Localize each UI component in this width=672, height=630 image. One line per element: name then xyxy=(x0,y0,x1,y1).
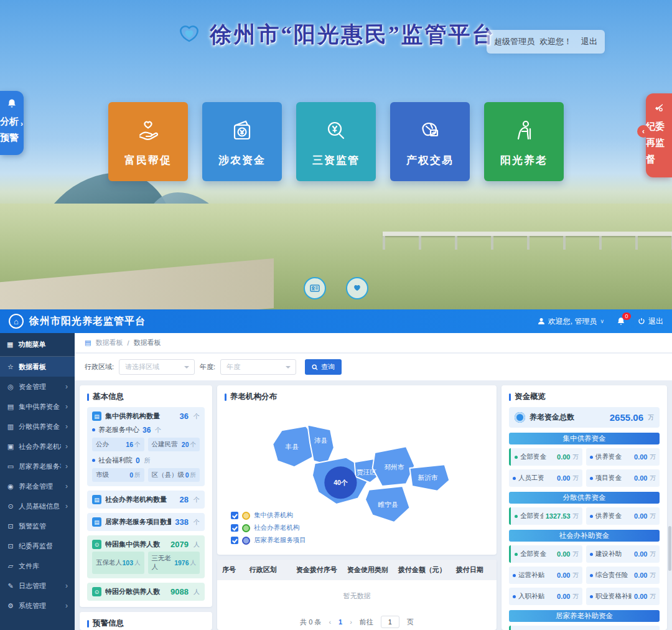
chevron-down-icon: ∨ xyxy=(600,318,604,324)
bullet-icon xyxy=(515,456,518,459)
map-label: 贾汪区 xyxy=(357,468,376,476)
goto-page-input[interactable] xyxy=(381,616,399,628)
tile-yangguang-yanglao[interactable]: 阳光养老 xyxy=(484,102,564,181)
map-label: 丰县 xyxy=(285,443,299,450)
sidebar-menu-header: ▦ 功能菜单 xyxy=(0,333,75,357)
sidebar-item-home-care-projects[interactable]: ▭居家养老服务项目 xyxy=(0,456,75,476)
decentralized-support-panel: ⊙ 特困分散供养人数 9088 人 xyxy=(87,583,205,601)
breadcrumb-root[interactable]: 数据看板 xyxy=(95,338,123,347)
tile-shenong-zijin[interactable]: 涉农资金 xyxy=(202,102,282,181)
stat-chip: 三无老人1976人 xyxy=(148,552,200,574)
tile-fumin-bangcu[interactable]: 富民帮促 xyxy=(108,102,188,181)
checkbox-checked-icon[interactable] xyxy=(231,524,238,532)
region-select[interactable]: 请选择区域 xyxy=(119,359,195,375)
tab-label: 分析预警 xyxy=(0,113,24,146)
year-select[interactable]: 年度 xyxy=(220,359,296,375)
id-card-button[interactable] xyxy=(304,277,326,299)
notifications-button[interactable]: 0 xyxy=(617,317,625,326)
stat-chip: 区（县）级0所 xyxy=(148,468,200,482)
section-banner: 居家养老补助资金 xyxy=(509,610,660,622)
map-label: 沛县 xyxy=(314,437,328,444)
fund-item: 人员工资0.00万 xyxy=(509,469,582,487)
grid-icon: ▦ xyxy=(7,341,13,349)
map-label: 新沂市 xyxy=(418,474,438,481)
portal-logout-link[interactable]: 退出 xyxy=(581,36,597,47)
sidebar-item-discipline-supervision[interactable]: ⊡纪委再监督 xyxy=(0,536,75,556)
search-button[interactable]: 查询 xyxy=(305,359,342,375)
warning-info-card: 预警信息 预警总数 0 条 xyxy=(80,612,212,630)
bullet-icon xyxy=(590,595,593,598)
sidebar-item-dashboard[interactable]: ☆数据看板 xyxy=(0,357,75,377)
chevron-right-icon: › xyxy=(21,120,23,128)
card-title: 预警信息 xyxy=(87,618,205,629)
legend-centralized-institutions[interactable]: 集中供养机构 xyxy=(231,511,306,520)
breadcrumb-separator: / xyxy=(127,339,129,347)
tile-chanquan-jiaoyi[interactable]: 产权交易 xyxy=(390,102,470,181)
map-label: 睢宁县 xyxy=(378,501,398,508)
col-header: 行政区划 xyxy=(245,560,291,580)
sidebar-item-decentralized-funds[interactable]: ▥分散供养资金 xyxy=(0,416,75,436)
bullet-icon xyxy=(590,574,593,577)
sidebar-item-centralized-funds[interactable]: ▤集中供养资金 xyxy=(0,397,75,416)
page-number-button[interactable]: 1 xyxy=(338,618,342,626)
sidebar-item-funds[interactable]: ◎资金管理 xyxy=(0,377,75,397)
folder-icon: ▱ xyxy=(7,562,14,570)
bullet-icon xyxy=(515,515,518,518)
analysis-warning-tab[interactable]: 分析预警 › xyxy=(0,91,24,155)
menu-title: 功能菜单 xyxy=(18,340,45,349)
checkbox-checked-icon[interactable] xyxy=(231,537,238,544)
fund-item: 全部资金0.00万 xyxy=(509,626,660,630)
folder-icon: ▤ xyxy=(7,403,14,411)
sidebar-item-pension-management[interactable]: ◉养老金管理 xyxy=(0,476,75,496)
checkbox-checked-icon[interactable] xyxy=(231,512,238,519)
logout-label: 退出 xyxy=(648,316,663,327)
sidebar-item-log-management[interactable]: ✎日志管理 xyxy=(0,576,75,596)
tile-label: 产权交易 xyxy=(406,153,454,167)
legend-social-institutions[interactable]: 社会办养老机构 xyxy=(231,524,306,532)
discipline-supervision-tab[interactable]: 纪委再监督 ‹ xyxy=(646,93,672,177)
sidebar-item-file-library[interactable]: ▱文件库 xyxy=(0,556,75,576)
bullet-icon xyxy=(513,574,516,577)
user-menu[interactable]: 欢迎您, 管理员 ∨ xyxy=(538,316,604,327)
col-header: 资金使用类别 xyxy=(342,560,393,580)
sidebar-item-social-institutions[interactable]: ▣社会办养老机构 xyxy=(0,436,75,456)
service-center-line: 养老服务中心 36 个 xyxy=(92,425,200,435)
fund-item: 供养资金0.00万 xyxy=(586,507,660,525)
logout-button[interactable]: 退出 xyxy=(638,316,663,327)
tab-label: 纪委再监督 xyxy=(646,118,672,167)
fund-item: 全部资金1327.53万 xyxy=(509,507,582,525)
party-emblem-icon xyxy=(653,102,665,113)
portal-tiles: 富民帮促 涉农资金 三资监管 xyxy=(108,102,564,181)
prev-page-button[interactable]: ‹ xyxy=(329,618,331,626)
scrollbar-thumb[interactable] xyxy=(668,526,671,571)
main-area: ▤ 数据看板 / 数据看板 行政区域: 请选择区域 年度: 年度 查询 xyxy=(75,333,672,630)
portal-title: 徐州市“阳光惠民”监管平台 xyxy=(210,20,496,49)
tile-label: 涉农资金 xyxy=(218,153,266,167)
map-legend: 集中供养机构 社会办养老机构 居家养老服务项目 xyxy=(227,509,310,547)
portal-user-box: 超级管理员 欢迎您！ 退出 xyxy=(487,30,605,54)
admin-app: ⌂ 徐州市阳光养老监管平台 欢迎您, 管理员 ∨ 0 退出 ▦ 功能菜单 xyxy=(0,309,672,630)
ring-icon xyxy=(515,412,525,423)
section-banner: 分散供养资金 xyxy=(509,492,660,504)
user-icon xyxy=(538,317,545,325)
person-icon: ⊙ xyxy=(92,587,101,596)
stat-chip: 五保老人103人 xyxy=(92,552,144,574)
tile-label: 三资监管 xyxy=(312,153,360,167)
bullet-icon xyxy=(513,477,516,480)
sidebar-item-personnel-info[interactable]: ⊙人员基础信息 xyxy=(0,496,75,516)
fund-item: 项目资金0.00万 xyxy=(586,469,660,487)
sidebar-item-warning-supervision[interactable]: ⊡预警监管 xyxy=(0,516,75,536)
person-icon: ⊙ xyxy=(7,502,14,510)
magnifier-yuan-icon xyxy=(322,116,350,145)
app-title: 徐州市阳光养老监管平台 xyxy=(29,315,146,328)
sidebar-item-system-management[interactable]: ⚙系统管理 xyxy=(0,596,75,616)
heart-hands-button[interactable] xyxy=(346,277,368,299)
fund-item: 建设补助0.00万 xyxy=(586,545,660,563)
legend-home-care-projects[interactable]: 居家养老服务项目 xyxy=(231,536,306,545)
next-page-button[interactable]: › xyxy=(350,618,352,626)
tile-sanzi-jianguan[interactable]: 三资监管 xyxy=(296,102,376,181)
doc-icon: ▤ xyxy=(92,495,101,504)
doc-icon: ▤ xyxy=(92,517,101,527)
map-label: 邳州市 xyxy=(384,463,404,471)
funds-overview-card: 资金概览 养老资金总数 2655.06 万 集中供养资金 全部资金0.00万 供… xyxy=(502,385,667,630)
